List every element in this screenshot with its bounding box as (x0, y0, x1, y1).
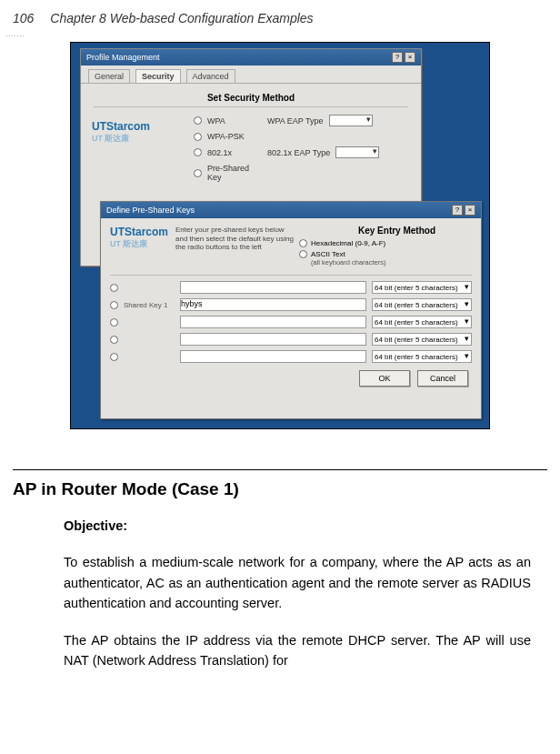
radio-icon[interactable] (194, 148, 202, 156)
tab-general[interactable]: General (88, 69, 130, 83)
decorative-dots: · · · · · · · (5, 31, 24, 40)
brand-logo: UTStarcom UT 斯达康 (92, 120, 150, 145)
kem-label: Hexadecimal (0-9, A-F) (311, 239, 385, 247)
radio-icon[interactable] (110, 353, 118, 361)
opt-label: Pre-Shared Key (207, 164, 262, 182)
instructions-text: Enter your pre-shared keys below and the… (175, 226, 294, 269)
key-length-select[interactable]: 64 bit (enter 5 characters) (372, 333, 472, 346)
window-title: Define Pre-Shared Keys (106, 206, 195, 215)
page-header: 106 Chapter 8 Web-based Configuration Ex… (0, 0, 560, 33)
paragraph-2: The AP obtains the IP address via the re… (64, 630, 531, 671)
key-row-1: Shared Key 1 hybys 64 bit (enter 5 chara… (110, 298, 472, 311)
tab-security[interactable]: Security (135, 69, 181, 83)
key-input[interactable] (180, 316, 366, 328)
opt-label: WPA-PSK (207, 132, 262, 141)
eap-dropdown[interactable] (329, 115, 373, 126)
key-length-select[interactable]: 64 bit (enter 5 characters) (372, 316, 472, 328)
key-row-3: 64 bit (enter 5 characters) (110, 333, 472, 346)
radio-icon[interactable] (194, 116, 202, 125)
key-row-0: 64 bit (enter 5 characters) (110, 281, 472, 294)
opt-8021x[interactable]: 802.1x 802.1x EAP Type (194, 146, 408, 158)
kem-ascii[interactable]: ASCII Text (all keyboard characters) (299, 250, 472, 266)
section-rule (13, 469, 547, 470)
key-length-select[interactable]: 64 bit (enter 5 characters) (372, 298, 472, 311)
section-title: AP in Router Mode (Case 1) (13, 479, 547, 499)
security-options: WPA WPA EAP Type WPA-PSK 802.1x 802.1x E… (194, 115, 408, 182)
eap-dropdown[interactable] (335, 146, 379, 158)
opt-wpa-psk[interactable]: WPA-PSK (194, 132, 408, 141)
key-input[interactable] (180, 350, 366, 363)
radio-icon[interactable] (110, 284, 118, 292)
tab-advanced[interactable]: Advanced (186, 69, 235, 83)
brand-text: UTStarcom (92, 120, 150, 133)
ok-button[interactable]: OK (359, 370, 410, 387)
key-length-select[interactable]: 64 bit (enter 5 characters) (372, 281, 472, 294)
key-label: Shared Key 1 (124, 301, 175, 309)
security-heading: Set Security Method (94, 93, 408, 107)
radio-icon[interactable] (194, 133, 202, 141)
close-icon[interactable]: × (405, 52, 415, 63)
paragraph-1: To establish a medium-scale network for … (64, 552, 531, 613)
key-row-4: 64 bit (enter 5 characters) (110, 350, 472, 363)
radio-icon[interactable] (194, 169, 202, 177)
opt-psk[interactable]: Pre-Shared Key (194, 164, 408, 182)
body-text: Objective: To establish a medium-scale n… (64, 516, 531, 671)
objective-label: Objective: (64, 516, 531, 536)
radio-icon[interactable] (110, 301, 118, 309)
window-titlebar: Define Pre-Shared Keys ? × (101, 202, 481, 218)
chapter-title: Chapter 8 Web-based Configuration Exampl… (50, 11, 313, 25)
key-input[interactable] (180, 281, 366, 294)
brand-logo: UTStarcom UT 斯达康 (110, 226, 168, 269)
window-titlebar: Profile Management ? × (81, 49, 421, 65)
key-input[interactable]: hybys (180, 298, 366, 311)
cancel-button[interactable]: Cancel (417, 370, 468, 387)
radio-icon[interactable] (299, 239, 307, 247)
screenshot-figure: Profile Management ? × General Security … (70, 42, 490, 429)
key-input[interactable] (180, 333, 366, 346)
opt-label: 802.1x (207, 148, 262, 157)
page-number: 106 (13, 11, 34, 25)
opt-label: WPA (207, 116, 262, 126)
key-row-2: 64 bit (enter 5 characters) (110, 316, 472, 328)
kem-hex[interactable]: Hexadecimal (0-9, A-F) (299, 239, 472, 247)
keys-panel: UTStarcom UT 斯达康 Enter your pre-shared k… (101, 218, 481, 394)
kem-sublabel: (all keyboard characters) (311, 258, 386, 266)
radio-icon[interactable] (299, 250, 307, 258)
tab-strip: General Security Advanced (81, 65, 421, 84)
close-icon[interactable]: × (465, 205, 475, 216)
help-icon[interactable]: ? (452, 205, 463, 216)
window-title: Profile Management (86, 53, 160, 62)
eap-label: WPA EAP Type (267, 116, 324, 126)
divider (110, 275, 472, 276)
brand-subtext: UT 斯达康 (110, 238, 168, 250)
key-entry-heading: Key Entry Method (299, 226, 472, 236)
eap-label: 802.1x EAP Type (267, 148, 330, 157)
help-icon[interactable]: ? (392, 52, 403, 63)
radio-icon[interactable] (110, 336, 118, 344)
brand-text: UTStarcom (110, 226, 168, 238)
radio-icon[interactable] (110, 318, 118, 327)
key-length-select[interactable]: 64 bit (enter 5 characters) (372, 350, 472, 363)
opt-wpa[interactable]: WPA WPA EAP Type (194, 115, 408, 126)
brand-subtext: UT 斯达康 (92, 133, 150, 145)
kem-label: ASCII Text (311, 250, 345, 258)
dialog-button-row: OK Cancel (110, 370, 472, 387)
define-keys-window: Define Pre-Shared Keys ? × UTStarcom UT … (100, 201, 482, 419)
